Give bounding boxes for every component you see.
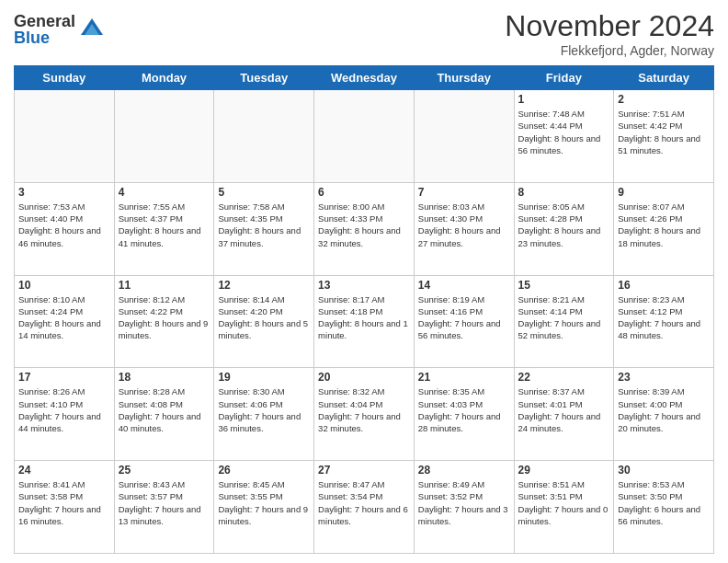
calendar-cell: 18Sunrise: 8:28 AM Sunset: 4:08 PM Dayli… (114, 368, 214, 461)
calendar-week-0: 1Sunrise: 7:48 AM Sunset: 4:44 PM Daylig… (15, 90, 714, 183)
day-number: 14 (418, 279, 510, 292)
day-number: 10 (18, 279, 110, 292)
calendar-cell: 14Sunrise: 8:19 AM Sunset: 4:16 PM Dayli… (414, 275, 514, 368)
calendar-cell: 7Sunrise: 8:03 AM Sunset: 4:30 PM Daylig… (414, 182, 514, 275)
calendar-cell: 10Sunrise: 8:10 AM Sunset: 4:24 PM Dayli… (15, 275, 115, 368)
logo: General Blue (14, 13, 105, 46)
day-number: 23 (618, 371, 710, 384)
day-number: 4 (119, 186, 210, 199)
day-info: Sunrise: 7:48 AM Sunset: 4:44 PM Dayligh… (518, 108, 610, 156)
header: General Blue November 2024 Flekkefjord, … (14, 9, 714, 58)
calendar-cell: 24Sunrise: 8:41 AM Sunset: 3:58 PM Dayli… (15, 461, 115, 554)
calendar-cell: 11Sunrise: 8:12 AM Sunset: 4:22 PM Dayli… (114, 275, 214, 368)
header-tuesday: Tuesday (214, 66, 314, 90)
day-info: Sunrise: 8:41 AM Sunset: 3:58 PM Dayligh… (18, 478, 110, 527)
day-info: Sunrise: 8:53 AM Sunset: 3:50 PM Dayligh… (618, 478, 710, 527)
day-info: Sunrise: 8:49 AM Sunset: 3:52 PM Dayligh… (418, 478, 510, 527)
day-info: Sunrise: 8:26 AM Sunset: 4:10 PM Dayligh… (18, 385, 110, 434)
day-info: Sunrise: 7:51 AM Sunset: 4:42 PM Dayligh… (618, 108, 710, 156)
calendar-cell (314, 90, 415, 183)
day-number: 30 (618, 464, 710, 477)
day-info: Sunrise: 8:12 AM Sunset: 4:22 PM Dayligh… (119, 293, 210, 342)
day-info: Sunrise: 7:58 AM Sunset: 4:35 PM Dayligh… (218, 201, 310, 249)
day-info: Sunrise: 8:37 AM Sunset: 4:01 PM Dayligh… (518, 385, 610, 434)
calendar-cell: 23Sunrise: 8:39 AM Sunset: 4:00 PM Dayli… (614, 368, 714, 461)
day-number: 27 (318, 464, 410, 477)
day-number: 5 (218, 186, 310, 199)
calendar-cell: 17Sunrise: 8:26 AM Sunset: 4:10 PM Dayli… (15, 368, 115, 461)
day-number: 12 (218, 279, 310, 292)
day-info: Sunrise: 8:05 AM Sunset: 4:28 PM Dayligh… (518, 201, 610, 249)
day-info: Sunrise: 8:07 AM Sunset: 4:26 PM Dayligh… (618, 201, 710, 249)
day-number: 13 (318, 279, 410, 292)
page: General Blue November 2024 Flekkefjord, … (0, 0, 728, 563)
day-info: Sunrise: 8:35 AM Sunset: 4:03 PM Dayligh… (418, 385, 510, 434)
day-number: 3 (18, 186, 110, 199)
day-info: Sunrise: 8:19 AM Sunset: 4:16 PM Dayligh… (418, 293, 510, 342)
day-number: 8 (518, 186, 610, 199)
calendar-cell: 30Sunrise: 8:53 AM Sunset: 3:50 PM Dayli… (614, 461, 714, 554)
calendar-cell: 1Sunrise: 7:48 AM Sunset: 4:44 PM Daylig… (514, 90, 614, 183)
day-info: Sunrise: 8:03 AM Sunset: 4:30 PM Dayligh… (418, 201, 510, 249)
day-number: 18 (119, 371, 210, 384)
logo-icon (79, 15, 105, 40)
day-info: Sunrise: 8:32 AM Sunset: 4:04 PM Dayligh… (318, 385, 410, 434)
calendar-cell (414, 90, 514, 183)
calendar-cell: 16Sunrise: 8:23 AM Sunset: 4:12 PM Dayli… (614, 275, 714, 368)
day-info: Sunrise: 7:53 AM Sunset: 4:40 PM Dayligh… (18, 201, 110, 249)
calendar-cell (114, 90, 214, 183)
day-info: Sunrise: 8:14 AM Sunset: 4:20 PM Dayligh… (218, 293, 310, 342)
day-number: 21 (418, 371, 510, 384)
day-number: 2 (618, 93, 710, 106)
day-info: Sunrise: 8:23 AM Sunset: 4:12 PM Dayligh… (618, 293, 710, 342)
calendar-cell: 8Sunrise: 8:05 AM Sunset: 4:28 PM Daylig… (514, 182, 614, 275)
day-number: 20 (318, 371, 410, 384)
logo-blue: Blue (14, 29, 75, 46)
calendar-cell (15, 90, 115, 183)
calendar-cell: 27Sunrise: 8:47 AM Sunset: 3:54 PM Dayli… (314, 461, 415, 554)
header-thursday: Thursday (414, 66, 514, 90)
day-info: Sunrise: 8:51 AM Sunset: 3:51 PM Dayligh… (518, 478, 610, 527)
day-info: Sunrise: 7:55 AM Sunset: 4:37 PM Dayligh… (119, 201, 210, 249)
day-info: Sunrise: 8:30 AM Sunset: 4:06 PM Dayligh… (218, 385, 310, 434)
calendar-cell: 12Sunrise: 8:14 AM Sunset: 4:20 PM Dayli… (214, 275, 314, 368)
day-info: Sunrise: 8:45 AM Sunset: 3:55 PM Dayligh… (218, 478, 310, 527)
logo-general: General (14, 13, 75, 29)
day-info: Sunrise: 8:39 AM Sunset: 4:00 PM Dayligh… (618, 385, 710, 434)
day-info: Sunrise: 8:17 AM Sunset: 4:18 PM Dayligh… (318, 293, 410, 342)
day-info: Sunrise: 8:43 AM Sunset: 3:57 PM Dayligh… (119, 478, 210, 527)
header-sunday: Sunday (15, 66, 115, 90)
header-friday: Friday (514, 66, 614, 90)
calendar-cell: 28Sunrise: 8:49 AM Sunset: 3:52 PM Dayli… (414, 461, 514, 554)
location: Flekkefjord, Agder, Norway (505, 43, 714, 58)
title-section: November 2024 Flekkefjord, Agder, Norway (505, 9, 714, 58)
calendar-cell: 9Sunrise: 8:07 AM Sunset: 4:26 PM Daylig… (614, 182, 714, 275)
day-number: 9 (618, 186, 710, 199)
day-number: 26 (218, 464, 310, 477)
calendar-cell: 20Sunrise: 8:32 AM Sunset: 4:04 PM Dayli… (314, 368, 415, 461)
calendar-week-3: 17Sunrise: 8:26 AM Sunset: 4:10 PM Dayli… (15, 368, 714, 461)
day-info: Sunrise: 8:21 AM Sunset: 4:14 PM Dayligh… (518, 293, 610, 342)
day-number: 17 (18, 371, 110, 384)
calendar-header-row: Sunday Monday Tuesday Wednesday Thursday… (15, 66, 714, 90)
calendar-table: Sunday Monday Tuesday Wednesday Thursday… (14, 65, 714, 554)
day-number: 19 (218, 371, 310, 384)
day-info: Sunrise: 8:10 AM Sunset: 4:24 PM Dayligh… (18, 293, 110, 342)
day-number: 24 (18, 464, 110, 477)
logo-text: General Blue (14, 13, 75, 46)
calendar-cell: 5Sunrise: 7:58 AM Sunset: 4:35 PM Daylig… (214, 182, 314, 275)
calendar-cell: 25Sunrise: 8:43 AM Sunset: 3:57 PM Dayli… (114, 461, 214, 554)
calendar-cell: 6Sunrise: 8:00 AM Sunset: 4:33 PM Daylig… (314, 182, 415, 275)
calendar-week-2: 10Sunrise: 8:10 AM Sunset: 4:24 PM Dayli… (15, 275, 714, 368)
day-number: 11 (119, 279, 210, 292)
calendar-cell: 15Sunrise: 8:21 AM Sunset: 4:14 PM Dayli… (514, 275, 614, 368)
header-monday: Monday (114, 66, 214, 90)
calendar-cell: 21Sunrise: 8:35 AM Sunset: 4:03 PM Dayli… (414, 368, 514, 461)
calendar-cell: 3Sunrise: 7:53 AM Sunset: 4:40 PM Daylig… (15, 182, 115, 275)
calendar-cell: 4Sunrise: 7:55 AM Sunset: 4:37 PM Daylig… (114, 182, 214, 275)
day-number: 7 (418, 186, 510, 199)
calendar-cell: 26Sunrise: 8:45 AM Sunset: 3:55 PM Dayli… (214, 461, 314, 554)
header-saturday: Saturday (614, 66, 714, 90)
calendar-week-4: 24Sunrise: 8:41 AM Sunset: 3:58 PM Dayli… (15, 461, 714, 554)
month-title: November 2024 (505, 9, 714, 43)
